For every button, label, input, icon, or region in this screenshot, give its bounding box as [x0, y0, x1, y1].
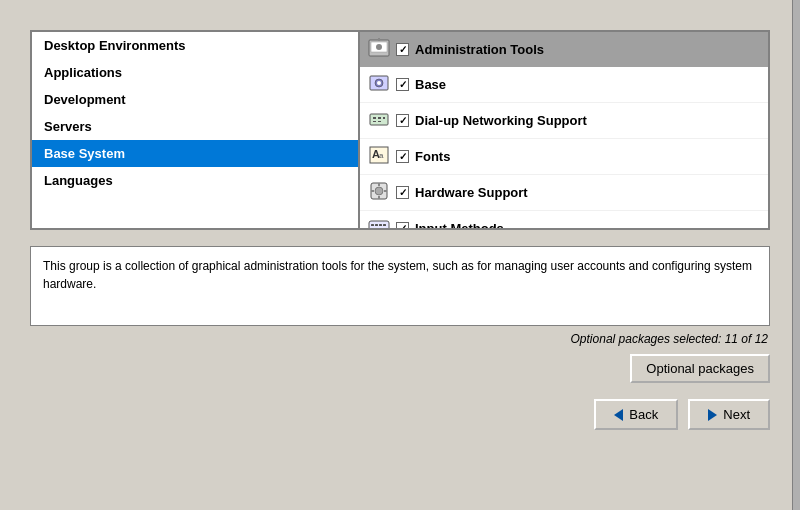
svg-rect-9: [378, 117, 381, 119]
optional-packages-button[interactable]: Optional packages: [630, 354, 770, 383]
package-item-dialup[interactable]: ✓Dial-up Networking Support: [360, 103, 768, 139]
package-item-fonts[interactable]: Aa✓Fonts: [360, 139, 768, 175]
sidebar-item-desktop-environments[interactable]: Desktop Environments: [32, 32, 358, 59]
sidebar-item-languages[interactable]: Languages: [32, 167, 358, 194]
package-item-input-methods[interactable]: ✓Input Methods: [360, 211, 768, 230]
next-button[interactable]: Next: [688, 399, 770, 430]
svg-rect-25: [379, 224, 382, 226]
svg-rect-26: [383, 224, 386, 226]
svg-rect-10: [383, 117, 385, 119]
dialup-icon: [368, 108, 390, 133]
sidebar-item-servers[interactable]: Servers: [32, 113, 358, 140]
description-box: This group is a collection of graphical …: [30, 246, 770, 326]
svg-rect-3: [378, 38, 380, 41]
package-item-hardware-support[interactable]: ✓Hardware Support: [360, 175, 768, 211]
fonts-label: Fonts: [415, 149, 450, 164]
svg-rect-24: [375, 224, 378, 226]
package-item-base[interactable]: ✓Base: [360, 67, 768, 103]
input-methods-label: Input Methods: [415, 221, 504, 230]
package-list: ✓Administration Tools✓Base✓Dial-up Netwo…: [360, 30, 770, 230]
svg-point-6: [377, 81, 381, 85]
svg-rect-11: [373, 121, 376, 122]
base-checkbox[interactable]: ✓: [396, 78, 409, 91]
hardware-support-checkbox[interactable]: ✓: [396, 186, 409, 199]
next-arrow-icon: [708, 409, 717, 421]
input-methods-icon: [368, 216, 390, 230]
hardware-support-label: Hardware Support: [415, 185, 528, 200]
svg-point-2: [376, 44, 382, 50]
package-group-label: Administration Tools: [415, 42, 544, 57]
sidebar-item-applications[interactable]: Applications: [32, 59, 358, 86]
svg-rect-23: [371, 224, 374, 226]
sidebar-item-base-system[interactable]: Base System: [32, 140, 358, 167]
back-arrow-icon: [614, 409, 623, 421]
input-methods-checkbox[interactable]: ✓: [396, 222, 409, 230]
description-area: This group is a collection of graphical …: [30, 246, 770, 383]
back-button[interactable]: Back: [594, 399, 678, 430]
hardware-support-icon: [368, 180, 390, 205]
svg-rect-20: [371, 190, 374, 192]
svg-rect-21: [384, 190, 387, 192]
side-decorative-bar: [792, 0, 800, 510]
sidebar-item-development[interactable]: Development: [32, 86, 358, 113]
category-list: Desktop EnvironmentsApplicationsDevelopm…: [30, 30, 360, 230]
header-checkbox[interactable]: ✓: [396, 43, 409, 56]
base-label: Base: [415, 77, 446, 92]
dialup-checkbox[interactable]: ✓: [396, 114, 409, 127]
svg-text:a: a: [379, 151, 384, 160]
svg-rect-18: [378, 183, 380, 186]
description-text: This group is a collection of graphical …: [43, 259, 752, 291]
base-icon: [368, 72, 390, 97]
dialup-label: Dial-up Networking Support: [415, 113, 587, 128]
fonts-icon: Aa: [368, 144, 390, 169]
optional-info: Optional packages selected: 11 of 12: [30, 332, 770, 346]
nav-buttons: Back Next: [0, 383, 800, 446]
svg-rect-8: [373, 117, 376, 119]
svg-point-17: [375, 187, 383, 195]
fonts-checkbox[interactable]: ✓: [396, 150, 409, 163]
svg-rect-12: [378, 121, 381, 122]
svg-rect-27: [372, 228, 382, 230]
svg-rect-7: [370, 114, 388, 125]
svg-rect-19: [378, 196, 380, 199]
admin-tools-icon: [368, 37, 390, 62]
package-group-header[interactable]: ✓Administration Tools: [360, 32, 768, 67]
